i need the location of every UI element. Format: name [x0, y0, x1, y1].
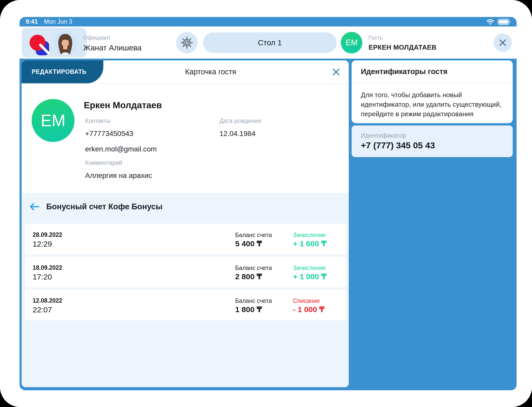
- guest-initials-large: EM: [41, 111, 66, 130]
- transaction-type: Списание: [293, 297, 320, 304]
- identifier-label: Идентификатор: [361, 132, 406, 139]
- guest-avatar-small: EM: [341, 32, 362, 53]
- bonus-account-title: Бонусный счет Кофе Бонусы: [46, 202, 162, 211]
- transaction-type: Зачисление: [293, 265, 326, 272]
- transaction-row[interactable]: 12.08.2022 22:07 Баланс счета 1 800 ₸ Сп…: [25, 290, 346, 320]
- table-selector-button[interactable]: Стол 1: [203, 32, 337, 53]
- device-canvas: 9:41 Mon Jun 3: [0, 0, 532, 407]
- guest-card-header: РЕДАКТИРОВАТЬ Карточка гостя: [22, 60, 349, 84]
- transaction-amount: + 1 600 ₸: [293, 239, 326, 248]
- identifier-value: +7 (777) 345 05 43: [361, 140, 435, 150]
- balance-value: 2 800 ₸: [235, 272, 262, 281]
- contacts-label: Контакты: [85, 117, 157, 124]
- birth-date-block: Дата рождения 12.04.1984: [219, 117, 261, 138]
- balance-label: Баланс счета: [235, 265, 272, 272]
- balance-label: Баланс счета: [235, 232, 272, 239]
- battery-icon: [498, 19, 510, 25]
- app-header: Официант Жанат Алишева: [20, 26, 517, 59]
- transaction-type: Зачисление: [293, 232, 326, 239]
- guest-card-title: Карточка гостя: [103, 60, 318, 83]
- transaction-time: 22:07: [33, 305, 52, 314]
- transaction-date: 12.08.2022: [33, 297, 62, 304]
- birth-date-label: Дата рождения: [219, 117, 261, 124]
- guest-card-close-button[interactable]: [331, 67, 342, 77]
- waiter-info: Официант Жанат Алишева: [83, 35, 142, 52]
- table-label: Стол 1: [258, 38, 282, 47]
- transaction-time: 17:20: [33, 273, 52, 281]
- guest-phone: +77773450543: [85, 130, 157, 138]
- balance-value: 1 800 ₸: [235, 305, 262, 314]
- transaction-date: 28.09.2022: [33, 231, 62, 238]
- app-window: 9:41 Mon Jun 3: [20, 17, 517, 390]
- transaction-time: 12:29: [33, 240, 52, 248]
- transaction-amount: + 1 000 ₸: [293, 272, 326, 281]
- guest-avatar-large: EM: [32, 99, 75, 142]
- transactions-list: 28.09.2022 12:29 Баланс счета 5 400 ₸ За…: [25, 224, 346, 322]
- status-date: Mon Jun 3: [44, 18, 72, 25]
- gear-icon: [180, 36, 193, 49]
- identifiers-panel: Идентификаторы гостя Для того, чтобы доб…: [352, 60, 513, 123]
- transaction-amount: - 1 000 ₸: [293, 305, 325, 314]
- waiter-role-label: Официант: [83, 35, 142, 41]
- transaction-row[interactable]: 28.09.2022 12:29 Баланс счета 5 400 ₸ За…: [25, 224, 346, 255]
- contacts-block: Контакты +77773450543 erken.mol@gmail.co…: [85, 117, 157, 153]
- guest-card-panel: РЕДАКТИРОВАТЬ Карточка гостя EM Еркен Мо…: [22, 60, 349, 387]
- waiter-avatar: [53, 31, 77, 55]
- status-time: 9:41: [26, 18, 38, 25]
- wifi-icon: [486, 19, 494, 25]
- balance-label: Баланс счета: [235, 297, 272, 304]
- identifiers-description: Для того, чтобы добавить новый идентифик…: [361, 90, 506, 119]
- close-icon: [499, 39, 507, 47]
- guest-name-header: ЕРКЕН МОЛДАТАЕВ: [369, 44, 437, 51]
- transaction-date: 18.09.2022: [33, 264, 62, 271]
- close-icon: [332, 68, 341, 76]
- bonus-account-section: Бонусный счет Кофе Бонусы 28.09.2022 12:…: [22, 193, 349, 387]
- comment-value: Аллергия на арахис: [85, 171, 152, 180]
- guest-full-name: Еркен Молдатаев: [84, 100, 162, 110]
- back-arrow-icon[interactable]: [29, 202, 40, 211]
- guest-email: erken.mol@gmail.com: [85, 145, 157, 153]
- comment-block: Комментарий Аллергия на арахис: [85, 159, 152, 180]
- app-logo-icon: [25, 31, 53, 57]
- guest-role-label: Гость: [369, 35, 437, 41]
- birth-date-value: 12.04.1984: [219, 130, 261, 138]
- edit-button[interactable]: РЕДАКТИРОВАТЬ: [22, 60, 103, 83]
- guest-initials: EM: [346, 38, 358, 47]
- balance-value: 5 400 ₸: [235, 239, 262, 248]
- guest-info-header: Гость ЕРКЕН МОЛДАТАЕВ: [369, 35, 437, 51]
- identifiers-title: Идентификаторы гостя: [352, 60, 513, 83]
- header-profile-area: [22, 28, 87, 57]
- header-close-button[interactable]: [493, 33, 512, 52]
- edit-button-label: РЕДАКТИРОВАТЬ: [32, 68, 87, 75]
- waiter-name: Жанат Алишева: [83, 44, 142, 52]
- comment-label: Комментарий: [85, 159, 152, 166]
- status-icons: [486, 19, 510, 25]
- transaction-row[interactable]: 18.09.2022 17:20 Баланс счета 2 800 ₸ За…: [25, 257, 346, 287]
- bonus-header: Бонусный счет Кофе Бонусы: [29, 202, 162, 211]
- identifier-item: Идентификатор +7 (777) 345 05 43: [352, 125, 513, 157]
- status-bar: 9:41 Mon Jun 3: [20, 17, 517, 26]
- settings-button[interactable]: [176, 32, 198, 53]
